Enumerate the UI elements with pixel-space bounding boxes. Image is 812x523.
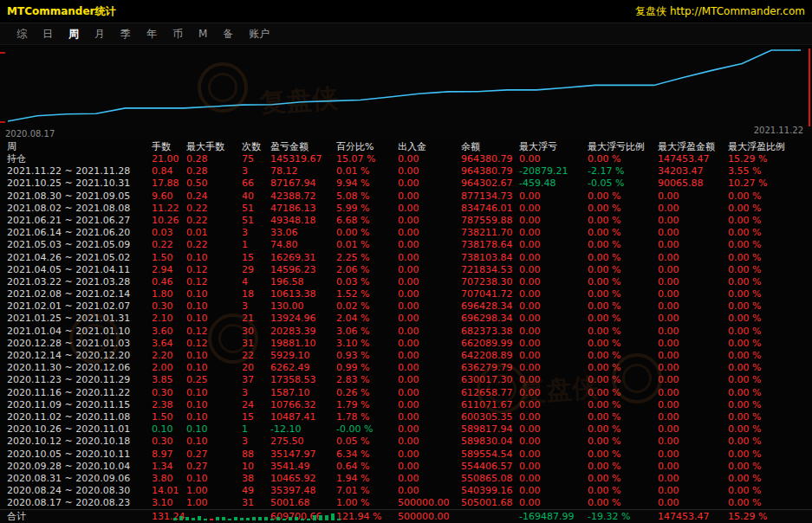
table-row[interactable]: 持仓21.000.2875145319.6715.07 %0.00964380.… bbox=[7, 153, 812, 165]
table-row[interactable]: 2020.12.28 ~ 2021.01.033.640.123119881.1… bbox=[7, 338, 812, 350]
table-row[interactable]: 2021.05.03 ~ 2021.05.090.220.22174.800.0… bbox=[7, 239, 812, 251]
menu-tab-币[interactable]: 币 bbox=[165, 25, 191, 43]
cell-value: 130.00 bbox=[270, 300, 336, 313]
cell-value: 0.00 bbox=[398, 239, 461, 251]
cell-value: 0.00 bbox=[398, 485, 461, 497]
cell-value: 0.00 % bbox=[588, 399, 658, 411]
header-cell-9[interactable]: 最大浮亏比例 bbox=[588, 140, 658, 153]
cell-value: 0.00 % bbox=[588, 313, 658, 325]
cell-value: -12.10 bbox=[270, 423, 336, 436]
cell-value: 0.00 % bbox=[728, 374, 812, 386]
table-row[interactable]: 2020.11.02 ~ 2020.11.081.500.101510487.4… bbox=[7, 411, 812, 423]
header-cell-8[interactable]: 最大浮亏 bbox=[519, 140, 588, 153]
cell-value: 0.00 % bbox=[588, 288, 658, 300]
sparkline-bar bbox=[264, 517, 268, 520]
cell-value: 0.00 % bbox=[728, 350, 812, 362]
cell-value: 75 bbox=[242, 153, 270, 165]
menu-tab-M[interactable]: M bbox=[191, 26, 215, 42]
table-row[interactable]: 2020.08.17 ~ 2020.08.233.101.00315001.68… bbox=[7, 497, 812, 509]
table-row[interactable]: 2021.11.22 ~ 2021.11.280.840.28378.120.0… bbox=[7, 165, 812, 178]
table-row[interactable]: 2020.11.16 ~ 2020.11.220.300.1031587.100… bbox=[7, 387, 812, 399]
menu-tab-综[interactable]: 综 bbox=[9, 25, 35, 43]
table-row[interactable]: 2020.09.28 ~ 2020.10.041.340.27103541.49… bbox=[7, 461, 812, 473]
cell-value: 0.00 % bbox=[728, 473, 812, 485]
titlebar-link[interactable]: 复盘侠 http://MTCommander.com bbox=[635, 4, 805, 19]
table-row[interactable]: 2021.10.25 ~ 2021.10.3117.880.506687167.… bbox=[7, 178, 812, 190]
header-cell-7[interactable]: 余额 bbox=[461, 140, 519, 153]
cell-value: 49 bbox=[242, 485, 270, 497]
menu-tab-月[interactable]: 月 bbox=[87, 25, 113, 43]
cell-value: 662089.99 bbox=[461, 338, 519, 350]
sparkline-bar bbox=[258, 517, 262, 521]
sparkline-bar bbox=[234, 517, 237, 521]
cell-value: 0.00 bbox=[658, 461, 728, 473]
table-row[interactable]: 2021.08.30 ~ 2021.09.059.600.244042388.7… bbox=[7, 190, 812, 203]
cell-value: 0.00 % bbox=[728, 411, 812, 423]
table-row[interactable]: 2021.04.26 ~ 2021.05.021.500.101516269.3… bbox=[7, 252, 812, 264]
sparkline-bar bbox=[222, 517, 225, 520]
header-cell-11[interactable]: 最大浮盈比例 bbox=[728, 140, 812, 153]
table-row[interactable]: 2020.10.12 ~ 2020.10.180.300.103275.500.… bbox=[7, 436, 812, 448]
cell-value: 0.00 bbox=[519, 399, 588, 411]
table-row[interactable]: 2020.08.31 ~ 2020.09.063.800.103810465.9… bbox=[7, 473, 812, 485]
table-row[interactable]: 2021.01.25 ~ 2021.01.312.100.102113924.9… bbox=[7, 313, 812, 325]
cell-value: 0.00 bbox=[519, 190, 588, 203]
table-row[interactable]: 2020.08.24 ~ 2020.08.3014.011.004935397.… bbox=[7, 485, 812, 497]
table-row[interactable]: 2020.10.05 ~ 2020.10.118.970.278835147.9… bbox=[7, 449, 812, 461]
cell-value: 90065.88 bbox=[658, 178, 728, 190]
cell-value: 15.29 % bbox=[728, 153, 812, 165]
table-row[interactable]: 2021.04.05 ~ 2021.04.112.940.122914596.2… bbox=[7, 264, 812, 276]
header-cell-4[interactable]: 盈亏金额 bbox=[270, 140, 336, 153]
table-row[interactable]: 2021.06.14 ~ 2021.06.200.030.01333.060.0… bbox=[7, 227, 812, 239]
cell-value: 0.22 bbox=[186, 215, 242, 227]
table-row[interactable]: 2020.10.26 ~ 2020.11.010.100.101-12.10-0… bbox=[7, 423, 812, 436]
cell-value: 0.00 % bbox=[728, 190, 812, 203]
cell-value: 3 bbox=[242, 436, 270, 448]
table-row[interactable]: 2020.11.23 ~ 2020.11.293.850.253717358.5… bbox=[7, 374, 812, 386]
header-cell-5[interactable]: 百分比% bbox=[336, 140, 398, 153]
cell-value: 0.00 bbox=[398, 178, 461, 190]
sparkline-bar bbox=[198, 516, 201, 521]
cell-value: 2.25 % bbox=[336, 252, 398, 264]
cell-value: 0.00 % bbox=[728, 461, 812, 473]
table-row[interactable]: 2021.02.01 ~ 2021.02.070.300.103130.000.… bbox=[7, 300, 812, 313]
header-cell-2[interactable]: 最大手数 bbox=[186, 140, 242, 153]
cell-value: 147453.47 bbox=[658, 153, 728, 165]
cell-value: 0.00 bbox=[658, 338, 728, 350]
cell-value: 0.00 % bbox=[728, 326, 812, 338]
header-cell-3[interactable]: 次数 bbox=[242, 140, 270, 153]
chart-panel[interactable]: 2020.08.17 2021.11.22 bbox=[0, 45, 812, 140]
cell-value: 10.27 % bbox=[728, 178, 812, 190]
header-cell-1[interactable]: 手数 bbox=[152, 140, 186, 153]
cell-period: 2021.02.01 ~ 2021.02.07 bbox=[7, 300, 152, 313]
menu-tab-周[interactable]: 周 bbox=[61, 25, 87, 43]
table-row[interactable]: 2021.06.21 ~ 2021.06.2710.260.225149348.… bbox=[7, 215, 812, 227]
menu-tab-季[interactable]: 季 bbox=[113, 25, 139, 43]
table-row[interactable]: 2020.12.14 ~ 2020.12.202.200.10225929.10… bbox=[7, 350, 812, 362]
cell-value: 0.00 bbox=[519, 350, 588, 362]
table-row[interactable]: 2020.11.09 ~ 2020.11.152.380.102410766.3… bbox=[7, 399, 812, 411]
cell-value: 0.00 bbox=[519, 449, 588, 461]
menu-tab-年[interactable]: 年 bbox=[139, 25, 165, 43]
cell-value: 0.00 bbox=[658, 300, 728, 313]
menu-tab-账户[interactable]: 账户 bbox=[241, 25, 277, 43]
table-row[interactable]: 2021.02.08 ~ 2021.02.141.800.101810613.3… bbox=[7, 288, 812, 300]
chart-end-date-label: 2021.11.22 bbox=[754, 126, 803, 135]
cell-value: 87167.94 bbox=[270, 178, 336, 190]
table-row[interactable]: 2021.03.22 ~ 2021.03.280.460.124196.580.… bbox=[7, 276, 812, 288]
sparkline-bar bbox=[331, 513, 335, 520]
table-row[interactable]: 2021.08.02 ~ 2021.08.0811.220.225147186.… bbox=[7, 203, 812, 215]
header-cell-10[interactable]: 最大浮盈金额 bbox=[658, 140, 728, 153]
table-row[interactable]: 2021.01.04 ~ 2021.01.103.600.123020283.3… bbox=[7, 326, 812, 338]
table-row[interactable]: 2020.11.30 ~ 2020.12.062.000.10206262.49… bbox=[7, 362, 812, 374]
header-cell-6[interactable]: 出入金 bbox=[398, 140, 461, 153]
cell-value: 0.00 % bbox=[728, 497, 812, 509]
table-header: 周手数最大手数次数盈亏金额百分比%出入金余额最大浮亏最大浮亏比例最大浮盈金额最大… bbox=[0, 140, 812, 153]
menu-tab-日[interactable]: 日 bbox=[35, 25, 61, 43]
cell-period: 2020.10.26 ~ 2020.11.01 bbox=[7, 423, 152, 436]
sparkline-bar bbox=[192, 518, 195, 520]
app-title: MTCommander统计 bbox=[7, 4, 115, 19]
header-cell-0[interactable]: 周 bbox=[7, 140, 152, 153]
menu-tab-备[interactable]: 备 bbox=[215, 25, 241, 43]
cell-value: 787559.88 bbox=[461, 215, 519, 227]
